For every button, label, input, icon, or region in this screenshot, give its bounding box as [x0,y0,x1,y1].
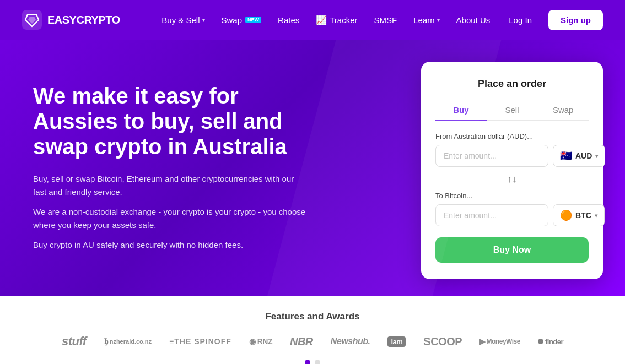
order-tabs: Buy Sell Swap [435,101,589,121]
signup-button[interactable]: Sign up [548,10,603,30]
nav-item-buy-sell[interactable]: Buy & Sell ▾ [155,11,211,29]
order-card: Place an order Buy Sell Swap From Austra… [421,62,603,279]
from-input-row: 🇦🇺 AUD ▾ [435,145,589,167]
tracker-chart-icon: 📈 [316,15,327,25]
hero-title: We make it easy for Aussies to buy, sell… [33,83,309,159]
hero-section: We make it easy for Aussies to buy, sell… [0,40,625,296]
carousel-dots [22,360,603,364]
dot-1[interactable] [305,360,310,364]
from-currency-caret-icon: ▾ [595,153,598,159]
hero-paragraph-3: Buy crypto in AU safely and securely wit… [33,238,309,252]
logo-finder: finder [538,338,563,346]
navbar: EASYCRYPTO Buy & Sell ▾ Swap NEW Rates 📈… [0,0,625,40]
nav-item-rates[interactable]: Rates [271,11,306,29]
learn-caret-icon: ▾ [437,17,440,23]
nav-item-about-us[interactable]: About Us [450,11,497,29]
awards-logos: stuff 𝔥 nzherald.co.nz ≡THE SPINOFF ◉ RN… [22,334,603,349]
order-card-title: Place an order [435,78,589,90]
hero-paragraph-2: We are a non-custodial exchange - your c… [33,205,309,232]
to-input-row: 🟠 BTC ▾ [435,204,589,226]
logo-stuff: stuff [62,334,87,349]
awards-section: Features and Awards stuff 𝔥 nzherald.co.… [0,296,625,364]
tab-sell[interactable]: Sell [487,101,538,121]
order-card-container: Place an order Buy Sell Swap From Austra… [421,62,603,279]
nav-item-smsf[interactable]: SMSF [368,11,404,29]
buy-sell-caret-icon: ▾ [202,17,205,23]
logo-iam: iam [387,338,406,346]
to-currency-caret-icon: ▾ [595,213,597,219]
tab-swap[interactable]: Swap [537,101,589,121]
to-amount-input[interactable] [435,204,548,226]
btc-icon: 🟠 [560,209,572,221]
hero-paragraph-1: Buy, sell or swap Bitcoin, Ethereum and … [33,172,309,199]
logo-newshub: Newshub. [331,336,370,346]
login-button[interactable]: Log In [500,11,541,29]
to-currency-label: BTC [575,211,591,220]
from-currency-label: AUD [575,151,592,160]
logo-link[interactable]: EASYCRYPTO [22,10,120,30]
buy-now-button[interactable]: Buy Now [435,237,589,263]
nav-item-tracker[interactable]: 📈 Tracker [309,10,364,30]
logo-nbr: NBR [290,335,313,348]
logo-text: EASYCRYPTO [47,14,120,26]
from-currency-select[interactable]: 🇦🇺 AUD ▾ [553,145,605,167]
easycrypto-logo-icon [22,10,42,30]
from-amount-input[interactable] [435,145,548,167]
tab-buy[interactable]: Buy [435,101,487,121]
logo-scoop: SCOOP [423,335,462,348]
to-label: To Bitcoin... [435,192,589,200]
awards-title: Features and Awards [22,311,603,322]
nav-item-learn[interactable]: Learn ▾ [407,11,446,29]
dot-2[interactable] [315,360,320,364]
from-label: From Australian dollar (AUD)... [435,132,589,140]
logo-moneywise: ▶ MoneyWise [479,337,520,346]
swap-new-badge: NEW [245,17,261,23]
aud-flag-icon: 🇦🇺 [560,150,572,162]
swap-arrows-icon[interactable]: ↑↓ [435,173,589,185]
hero-left: We make it easy for Aussies to buy, sell… [33,83,331,258]
logo-spinoff: ≡THE SPINOFF [169,337,231,346]
logo-nzherald: 𝔥 nzherald.co.nz [104,336,152,346]
logo-rnz: ◉ RNZ [249,337,272,346]
nav-links: Buy & Sell ▾ Swap NEW Rates 📈 Tracker SM… [155,10,603,30]
to-currency-select[interactable]: 🟠 BTC ▾ [553,204,605,226]
nav-item-swap[interactable]: Swap NEW [215,11,268,29]
